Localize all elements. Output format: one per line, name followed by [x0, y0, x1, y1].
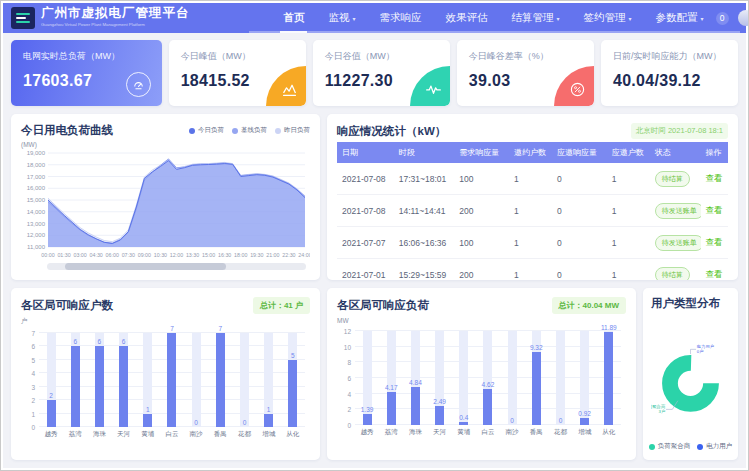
- y-axis-tick: 0: [347, 422, 351, 429]
- nav-item-0[interactable]: 首页: [271, 3, 316, 33]
- svg-text:13:30: 13:30: [186, 252, 199, 258]
- svg-text:00:00: 00:00: [41, 252, 54, 258]
- svg-text:13,000: 13,000: [27, 221, 46, 227]
- bar-value-label: 2.49: [433, 398, 446, 405]
- table-cell: 1: [607, 195, 650, 227]
- column-header: 时段: [394, 142, 455, 163]
- chart-scrollbar[interactable]: [47, 263, 306, 270]
- y-axis-tick: 7: [31, 330, 35, 337]
- svg-text:18:00: 18:00: [234, 252, 247, 258]
- bar-value-label: 7: [218, 325, 222, 332]
- svg-text:16:30: 16:30: [218, 252, 231, 258]
- x-axis-label: 海珠: [409, 428, 422, 437]
- y-axis-tick: 1: [31, 410, 35, 417]
- app-logo: 广州市虚拟电厂管理平台 Guangzhou Virtual Power Plan…: [11, 7, 257, 30]
- nav-item-label: 需求响应: [379, 11, 421, 25]
- panel-load-curve: 今日用电负荷曲线 今日负荷基线负荷昨日负荷 (MW) 19,00018,0001…: [11, 114, 320, 280]
- bar-value-label: 5: [291, 352, 295, 359]
- svg-text:07:30: 07:30: [122, 252, 135, 258]
- bar-value-label: 1: [267, 406, 271, 413]
- x-axis-label: 越秀: [45, 430, 58, 439]
- table-cell: 1: [509, 163, 552, 195]
- bar-黄埔: 0.4黄埔: [459, 331, 468, 425]
- x-axis-label: 增城: [262, 430, 275, 439]
- legend-item[interactable]: 负荷聚合商: [649, 442, 691, 451]
- legend-item[interactable]: 今日负荷: [189, 126, 224, 135]
- svg-text:19,000: 19,000: [27, 150, 46, 156]
- x-axis-label: 花都: [554, 428, 567, 437]
- table-cell: 1: [509, 227, 552, 259]
- nav-item-label: 参数配置: [656, 11, 698, 25]
- table-row: 2021-07-0716:06~16:36100101待发送账单查看: [337, 227, 728, 259]
- legend-label: 昨日负荷: [284, 126, 310, 135]
- bar-value-label: 6: [122, 338, 126, 345]
- table-cell: 100: [454, 227, 509, 259]
- bar-value-label: 6: [73, 338, 77, 345]
- table-cell: 0: [552, 163, 607, 195]
- bar-增城: 1增城: [264, 333, 273, 427]
- table-row: 2021-07-0814:11~14:41200101待发送账单查看: [337, 195, 728, 227]
- nav-item-6[interactable]: 参数配置▾: [644, 3, 716, 33]
- bar-value-label: 9.32: [530, 344, 543, 351]
- user-type-donut-chart: 电力用户0户负荷聚合商3户: [651, 315, 730, 439]
- x-axis-label: 增城: [578, 428, 591, 437]
- table-cell: 200: [454, 195, 509, 227]
- y-axis-unit: 户: [21, 317, 310, 326]
- bar-白云: 4.62白云: [483, 331, 492, 425]
- view-link[interactable]: 查看: [706, 205, 723, 215]
- y-axis-tick: 6: [347, 375, 351, 382]
- x-axis-label: 越秀: [361, 428, 374, 437]
- view-link[interactable]: 查看: [706, 237, 723, 247]
- legend-label: 负荷聚合商: [658, 442, 691, 451]
- nav-item-1[interactable]: 监视▾: [316, 3, 367, 33]
- bar-南沙: 0南沙: [192, 333, 201, 427]
- x-axis-label: 天河: [433, 428, 446, 437]
- table-cell: 2021-07-08: [337, 195, 394, 227]
- x-axis-label: 黄埔: [457, 428, 470, 437]
- beijing-time-badge: 北京时间 2021-07-08 18:1: [631, 123, 728, 139]
- legend-item[interactable]: 基线负荷: [232, 126, 267, 135]
- nav-item-2[interactable]: 需求响应: [367, 3, 433, 33]
- table-cell: 14:11~14:41: [394, 195, 455, 227]
- svg-text:09:00: 09:00: [138, 252, 151, 258]
- user-avatar[interactable]: [738, 10, 749, 26]
- top-nav-bar: 广州市虚拟电厂管理平台 Guangzhou Virtual Power Plan…: [3, 3, 746, 33]
- total-households-badge: 总计：41 户: [253, 297, 310, 314]
- status-badge: 待结算: [655, 267, 690, 281]
- bar-番禺: 9.32番禺: [532, 331, 541, 425]
- chart-scrollbar-handle[interactable]: [65, 263, 226, 270]
- nav-item-3[interactable]: 效果评估: [433, 3, 499, 33]
- svg-text:12,000: 12,000: [27, 232, 46, 238]
- bar-黄埔: 1黄埔: [143, 333, 152, 427]
- legend-item[interactable]: 电力用户: [697, 442, 732, 451]
- svg-text:19:30: 19:30: [250, 252, 263, 258]
- stat-card-value: 40.04/39.12: [613, 72, 726, 90]
- x-axis-label: 荔湾: [385, 428, 398, 437]
- nav-item-4[interactable]: 结算管理▾: [499, 3, 571, 33]
- chevron-down-icon: ▾: [556, 15, 559, 22]
- user-type-legend: 负荷聚合商电力用户: [651, 439, 730, 452]
- view-link[interactable]: 查看: [706, 269, 723, 279]
- bar-value-label: 11.89: [601, 324, 617, 331]
- x-axis-label: 从化: [286, 430, 299, 439]
- app-title: 广州市虚拟电厂管理平台: [41, 7, 257, 20]
- bar-value-label: 6: [98, 338, 102, 345]
- table-cell: 1: [509, 195, 552, 227]
- view-link[interactable]: 查看: [706, 173, 723, 183]
- notification-bell[interactable]: 0: [716, 12, 729, 25]
- chevron-down-icon: ▾: [628, 15, 631, 22]
- y-axis-tick: 4: [31, 370, 35, 377]
- y-axis-unit: MW: [337, 317, 626, 324]
- notification-count: 0: [720, 13, 725, 23]
- table-row: 2021-07-0115:29~15:59200101待结算查看: [337, 259, 728, 281]
- x-axis-label: 南沙: [190, 430, 203, 439]
- y-axis-tick: 2: [31, 397, 35, 404]
- bar-value-label: 4.62: [482, 381, 495, 388]
- bar-越秀: 1.39越秀: [363, 331, 372, 425]
- legend-item[interactable]: 昨日负荷: [275, 126, 310, 135]
- bar-花都: 0花都: [240, 333, 249, 427]
- bar-天河: 6天河: [119, 333, 128, 427]
- nav-item-5[interactable]: 签约管理▾: [571, 3, 643, 33]
- nav-item-label: 结算管理: [511, 11, 553, 25]
- svg-text:21:00: 21:00: [266, 252, 279, 258]
